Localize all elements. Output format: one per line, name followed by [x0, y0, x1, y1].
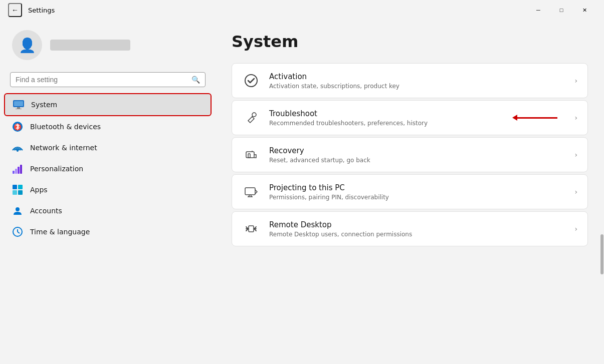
search-box[interactable]: 🔍 [10, 72, 206, 87]
sidebar-item-personalization[interactable]: Personalization [4, 158, 212, 179]
svg-rect-14 [18, 190, 23, 195]
system-icon [13, 99, 24, 110]
svg-rect-2 [17, 107, 20, 109]
activation-text: Activation Activation state, subscriptio… [269, 72, 565, 90]
network-label: Network & internet [30, 144, 97, 152]
svg-rect-28 [249, 226, 254, 232]
window-controls: ─ □ ✕ [527, 2, 596, 18]
user-section: 👤 [0, 20, 216, 70]
maximize-button[interactable]: □ [550, 2, 573, 18]
time-label: Time & language [30, 228, 90, 236]
recovery-icon [242, 146, 260, 164]
sidebar-item-accounts[interactable]: Accounts [4, 200, 212, 221]
system-label: System [31, 101, 57, 109]
settings-item-recovery[interactable]: Recovery Reset, advanced startup, go bac… [232, 137, 588, 172]
recovery-desc: Reset, advanced startup, go back [269, 157, 565, 164]
main-content: System Activation Activation state, subs… [216, 20, 604, 364]
sidebar-item-time[interactable]: Time & language [4, 221, 212, 242]
titlebar-left: ← Settings [8, 3, 55, 17]
user-icon: 👤 [19, 37, 36, 54]
svg-rect-13 [13, 190, 17, 195]
sidebar-item-apps[interactable]: Apps [4, 179, 212, 200]
page-title: System [232, 32, 588, 51]
remote-desktop-arrow: › [574, 225, 577, 233]
accounts-label: Accounts [30, 207, 62, 215]
settings-item-remote-desktop[interactable]: Remote Desktop Remote Desktop users, con… [232, 211, 588, 246]
troubleshoot-chevron: › [574, 114, 577, 122]
remote-desktop-desc: Remote Desktop users, connection permiss… [269, 231, 565, 238]
sidebar-item-bluetooth[interactable]: 🔴 Bluetooth & devices [4, 116, 212, 137]
bluetooth-icon: 🔴 [12, 121, 23, 132]
settings-item-activation[interactable]: Activation Activation state, subscriptio… [232, 63, 588, 98]
svg-rect-24 [245, 188, 255, 195]
app-container: 👤 🔍 System [0, 20, 604, 364]
nav-list: System 🔴 Bluetooth & devices [0, 93, 216, 242]
username-placeholder [50, 40, 130, 51]
svg-line-18 [18, 232, 20, 233]
search-input[interactable] [16, 76, 187, 84]
projecting-arrow: › [574, 188, 577, 196]
projecting-icon [242, 183, 260, 201]
svg-rect-11 [13, 185, 17, 189]
sidebar-item-system[interactable]: System [4, 93, 212, 116]
scrollbar-thumb[interactable] [600, 234, 603, 274]
svg-rect-7 [13, 171, 15, 174]
apps-icon [12, 184, 23, 195]
arrow-head [512, 115, 517, 121]
titlebar: ← Settings ─ □ ✕ [0, 0, 604, 20]
scrollbar-track[interactable] [600, 40, 604, 364]
svg-rect-23 [248, 154, 250, 158]
activation-arrow: › [574, 77, 577, 85]
remote-desktop-text: Remote Desktop Remote Desktop users, con… [269, 220, 565, 238]
accounts-icon [12, 205, 23, 216]
back-button[interactable]: ← [8, 3, 22, 17]
troubleshoot-icon [242, 109, 260, 127]
svg-point-6 [17, 150, 19, 152]
activation-title: Activation [269, 72, 565, 81]
recovery-title: Recovery [269, 146, 565, 155]
close-button[interactable]: ✕ [573, 2, 596, 18]
minimize-button[interactable]: ─ [527, 2, 550, 18]
avatar: 👤 [12, 30, 42, 60]
search-icon: 🔍 [191, 76, 200, 84]
apps-label: Apps [30, 186, 48, 194]
personalization-label: Personalization [30, 165, 83, 173]
projecting-desc: Permissions, pairing PIN, discoverabilit… [269, 194, 565, 201]
recovery-text: Recovery Reset, advanced startup, go bac… [269, 146, 565, 164]
app-title: Settings [28, 7, 55, 14]
projecting-text: Projecting to this PC Permissions, pairi… [269, 183, 565, 201]
settings-item-troubleshoot[interactable]: Troubleshoot Recommended troubleshooters… [232, 100, 588, 135]
recovery-arrow: › [574, 151, 577, 159]
sidebar: 👤 🔍 System [0, 20, 216, 364]
sidebar-item-network[interactable]: Network & internet [4, 137, 212, 158]
remote-desktop-title: Remote Desktop [269, 220, 565, 229]
svg-rect-8 [15, 169, 17, 174]
svg-rect-3 [16, 109, 22, 109]
svg-point-19 [245, 75, 257, 87]
bluetooth-label: Bluetooth & devices [30, 123, 101, 131]
svg-point-20 [252, 113, 256, 117]
arrow-line [517, 117, 557, 119]
svg-rect-1 [14, 101, 23, 106]
projecting-title: Projecting to this PC [269, 183, 565, 192]
svg-point-15 [16, 207, 20, 211]
svg-rect-10 [20, 165, 22, 174]
remote-desktop-icon [242, 220, 260, 238]
settings-item-projecting[interactable]: Projecting to this PC Permissions, pairi… [232, 174, 588, 209]
activation-icon [242, 72, 260, 90]
settings-list: Activation Activation state, subscriptio… [232, 63, 588, 246]
svg-rect-12 [18, 185, 23, 189]
personalization-icon [12, 163, 23, 174]
activation-desc: Activation state, subscriptions, product… [269, 83, 565, 90]
network-icon [12, 142, 23, 153]
svg-rect-9 [18, 167, 20, 174]
red-arrow-annotation [513, 115, 557, 121]
time-icon [12, 226, 23, 237]
